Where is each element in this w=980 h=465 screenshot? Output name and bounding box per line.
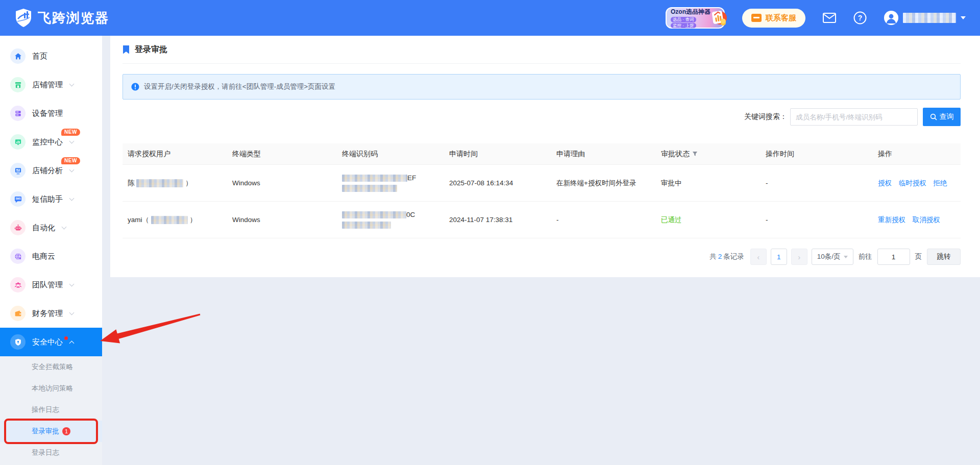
pagination: 共2条记录 ‹ 1 › 10条/页 前往 页 跳转 xyxy=(122,249,961,265)
chevron-down-icon xyxy=(62,225,67,230)
submenu-item-login-approval[interactable]: 登录审批 1 xyxy=(0,421,102,442)
sidebar-item-store-mgmt[interactable]: 店铺管理 xyxy=(0,70,102,99)
main-content: 登录审批 设置开启/关闭登录授权，请前往<团队管理-成员管理>页面设置 关键词搜… xyxy=(110,36,980,277)
chevron-down-icon xyxy=(69,310,75,315)
bookmark-icon xyxy=(122,45,130,54)
cell-actions: 授权 临时授权 拒绝 xyxy=(873,178,961,188)
security-submenu: 安全拦截策略 本地访问策略 操作日志 登录审批 1 登录日志 xyxy=(0,356,102,465)
caret-down-icon xyxy=(844,256,848,260)
cell-terminal-type: Windows xyxy=(227,178,337,188)
search-icon xyxy=(930,113,937,120)
action-authorize[interactable]: 授权 xyxy=(878,179,892,187)
col-apply-time: 申请时间 xyxy=(444,150,551,159)
redacted-id xyxy=(342,211,406,218)
alert-text: 设置开启/关闭登录授权，请前往<团队管理-成员管理>页面设置 xyxy=(144,82,335,91)
col-actions: 操作 xyxy=(873,150,961,159)
cloud-icon xyxy=(10,249,26,264)
cell-user: 陈 ） xyxy=(122,178,227,188)
cell-user: yami（ ） xyxy=(122,215,227,225)
col-status: 审批状态 xyxy=(656,150,761,159)
sidebar: 首页 店铺管理 设备管理 监控中心 NEW xyxy=(0,36,102,465)
chevron-down-icon xyxy=(69,196,75,201)
cell-apply-time: 2024-11-07 17:38:31 xyxy=(444,215,551,225)
cell-terminal-id: EF xyxy=(337,173,444,193)
contact-support-label: 联系客服 xyxy=(766,13,796,23)
cell-op-time: - xyxy=(761,178,873,188)
search-input[interactable] xyxy=(790,108,918,126)
user-menu[interactable] xyxy=(884,11,966,25)
jump-button[interactable]: 跳转 xyxy=(927,249,961,265)
chevron-down-icon xyxy=(69,82,75,87)
action-temp-authorize[interactable]: 临时授权 xyxy=(899,179,926,187)
contact-support-button[interactable]: 联系客服 xyxy=(742,9,805,28)
total-records: 共2条记录 xyxy=(709,252,744,261)
action-cancel-authorize[interactable]: 取消授权 xyxy=(913,216,940,224)
redacted-id xyxy=(342,185,397,192)
chevron-down-icon xyxy=(69,139,75,144)
new-badge: NEW xyxy=(61,129,80,136)
sidebar-item-team-mgmt[interactable]: 团队管理 xyxy=(0,271,102,299)
svg-text:SMS: SMS xyxy=(15,198,20,200)
sms-icon: SMS xyxy=(10,191,26,207)
redacted-id xyxy=(342,175,407,182)
redacted-name xyxy=(136,179,183,187)
action-reauthorize[interactable]: 重新授权 xyxy=(878,216,905,224)
cell-op-time: - xyxy=(761,215,873,225)
submenu-item-operation-log[interactable]: 操作日志 xyxy=(0,399,102,421)
ozon-promo-badge[interactable]: Ozon选品神器 选品 · 查词 监控 · 上货 xyxy=(666,7,725,29)
ozon-title: Ozon选品神器 xyxy=(671,8,710,16)
search-label: 关键词搜索： xyxy=(744,112,787,121)
sidebar-item-monitor-center[interactable]: 监控中心 NEW xyxy=(0,128,102,156)
cell-status: 已通过 xyxy=(656,215,761,225)
info-icon xyxy=(131,83,139,91)
home-icon xyxy=(10,48,26,64)
monitor-icon xyxy=(10,134,26,150)
sidebar-item-automation[interactable]: 自动化 xyxy=(0,213,102,242)
action-reject[interactable]: 拒绝 xyxy=(934,179,947,187)
search-button[interactable]: 查询 xyxy=(923,108,961,126)
redacted-username xyxy=(903,13,956,23)
sidebar-item-sms-assistant[interactable]: SMS 短信助手 xyxy=(0,185,102,213)
notification-dot xyxy=(64,336,68,340)
cell-terminal-type: Windows xyxy=(227,215,337,225)
prev-page-button[interactable]: ‹ xyxy=(750,249,767,265)
sidebar-item-home[interactable]: 首页 xyxy=(0,42,102,70)
svg-text:?: ? xyxy=(858,14,863,22)
goto-label: 前往 xyxy=(859,252,872,261)
page-size-select[interactable]: 10条/页 xyxy=(812,249,853,265)
sidebar-item-finance-mgmt[interactable]: 财务管理 xyxy=(0,299,102,328)
sidebar-item-ecommerce-cloud[interactable]: 电商云 xyxy=(0,242,102,271)
cell-terminal-id: 0C xyxy=(337,210,444,230)
device-icon xyxy=(10,106,26,121)
submenu-item-block-policy[interactable]: 安全拦截策略 xyxy=(0,356,102,378)
sidebar-item-store-analytics[interactable]: 店铺分析 NEW xyxy=(0,156,102,185)
chevron-down-icon xyxy=(69,282,75,287)
col-reason: 申请理由 xyxy=(551,150,656,159)
chevron-up-icon xyxy=(69,340,75,346)
caret-down-icon xyxy=(961,16,966,22)
sidebar-item-security-center[interactable]: 安全中心 xyxy=(0,328,102,356)
app-window: 飞跨浏览器 Ozon选品神器 选品 · 查词 监控 · 上货 xyxy=(0,0,980,465)
chevron-down-icon xyxy=(69,167,75,173)
goto-page-input[interactable] xyxy=(877,249,910,265)
chat-icon xyxy=(751,14,762,22)
sidebar-item-device-mgmt[interactable]: 设备管理 xyxy=(0,99,102,128)
filter-icon[interactable] xyxy=(692,151,698,157)
ozon-tag-1: 选品 · 查词 xyxy=(671,17,696,22)
table-row: yami（ ） Windows 0C 2024-11-07 17:38:31 -… xyxy=(122,202,961,238)
shield-icon xyxy=(10,334,26,350)
brand-logo[interactable]: 飞跨浏览器 xyxy=(14,8,109,28)
brand-name: 飞跨浏览器 xyxy=(38,9,109,27)
submenu-item-login-log[interactable]: 登录日志 xyxy=(0,442,102,463)
mail-icon[interactable] xyxy=(823,11,836,25)
submenu-item-local-access-policy[interactable]: 本地访问策略 xyxy=(0,378,102,399)
brand-shield-icon xyxy=(14,8,33,28)
redacted-id xyxy=(342,222,391,229)
analytics-icon xyxy=(10,163,26,178)
new-badge: NEW xyxy=(61,157,80,164)
page-number-1[interactable]: 1 xyxy=(771,249,787,265)
cell-reason: - xyxy=(551,215,656,225)
next-page-button[interactable]: › xyxy=(791,249,807,265)
help-icon[interactable]: ? xyxy=(853,11,867,25)
table-row: 陈 ） Windows EF 2025-07-08 16:14:34 在新终端+… xyxy=(122,165,961,202)
